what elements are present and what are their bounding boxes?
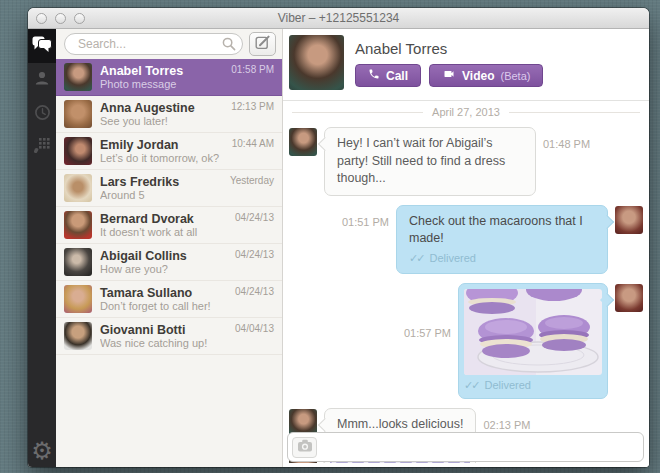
search-input[interactable]	[64, 33, 243, 55]
chat-time: Yesterday	[230, 175, 274, 186]
message-history: April 27, 2013 Hey! I can’t wait for Abi…	[283, 101, 649, 467]
message-text: Hey! I can’t wait for Abigail’s party! S…	[337, 136, 505, 185]
delivery-status: ✓✓ Delivered	[464, 378, 602, 393]
photo-message-bubble[interactable]: ✓✓ Delivered	[458, 283, 608, 399]
avatar	[64, 137, 92, 165]
chat-list-item-tamara-sullano[interactable]: Tamara SullanoDon’t forget to call her! …	[56, 281, 282, 318]
chat-preview: How are you?	[100, 263, 276, 276]
delivered-checkmarks-icon: ✓✓	[409, 251, 423, 266]
macaroons-photo[interactable]	[464, 289, 602, 375]
chat-time: 12:13 PM	[231, 101, 274, 112]
avatar	[64, 211, 92, 239]
recents-clock-icon	[34, 104, 51, 125]
call-button[interactable]: Call	[355, 64, 421, 87]
chat-list-item-abigail-collins[interactable]: Abigail CollinsHow are you? 04/24/13	[56, 244, 282, 281]
chats-panel-header	[56, 29, 282, 59]
chat-list-item-bernard-dvorak[interactable]: Bernard DvorakIt doesn’t work at all 04/…	[56, 207, 282, 244]
chat-time: 04/24/13	[235, 212, 274, 223]
message-bubble: Hey! I can’t wait for Abigail’s party! S…	[324, 127, 536, 196]
message-row-outgoing: 01:51 PM Check out the macaroons that I …	[289, 205, 643, 274]
viber-window: Viber – +12125551234	[28, 8, 649, 467]
window-title: Viber – +12125551234	[28, 8, 649, 28]
conversation-header: Anabel Torres Call	[283, 29, 649, 101]
camera-icon	[297, 439, 313, 455]
chat-preview: Don’t forget to call her!	[100, 300, 276, 313]
video-camera-icon	[442, 68, 456, 83]
desktop-background: Viber – +12125551234	[0, 0, 660, 473]
gear-icon: ⚙	[31, 439, 53, 463]
video-button-label: Video	[462, 69, 494, 83]
chat-time: 10:44 AM	[232, 138, 274, 149]
chat-list: Anabel TorresPhoto message 01:58 PM Anna…	[56, 59, 282, 467]
avatar	[64, 63, 92, 91]
chat-time: 04/24/13	[235, 249, 274, 260]
search-icon	[222, 37, 236, 55]
rail-tab-recents[interactable]	[28, 97, 56, 131]
bottom-mask	[283, 463, 649, 467]
chat-preview: It doesn’t work at all	[100, 226, 276, 239]
message-input[interactable]	[317, 433, 643, 461]
message-time: 01:57 PM	[404, 327, 451, 339]
chat-time: 01:58 PM	[231, 64, 274, 75]
avatar	[64, 248, 92, 276]
message-text: Mmm...looks delicious!	[337, 417, 463, 431]
delivered-checkmarks-icon: ✓✓	[464, 378, 478, 393]
message-row-incoming: Hey! I can’t wait for Abigail’s party! S…	[289, 127, 643, 196]
chat-list-item-anabel-torres[interactable]: Anabel TorresPhoto message 01:58 PM	[56, 59, 282, 96]
settings-button[interactable]: ⚙	[28, 439, 56, 463]
avatar	[64, 100, 92, 128]
date-divider: April 27, 2013	[292, 106, 640, 118]
chat-time: 04/24/13	[235, 286, 274, 297]
delivery-status: ✓✓ Delivered	[409, 251, 595, 266]
message-text: Check out the macaroons that I made!	[409, 213, 595, 248]
avatar	[64, 174, 92, 202]
chat-preview: See you later!	[100, 115, 276, 128]
conversation-panel: Anabel Torres Call	[282, 29, 649, 467]
video-call-button[interactable]: Video (Beta)	[429, 64, 543, 87]
chat-list-item-giovanni-botti[interactable]: Giovanni BottiWas nice catching up! 04/0…	[56, 318, 282, 355]
message-composer	[287, 432, 644, 462]
contacts-icon	[34, 70, 50, 90]
message-time: 02:13 PM	[483, 419, 530, 431]
search-box	[64, 33, 243, 55]
keypad-icon	[34, 138, 50, 159]
conversation-avatar	[289, 35, 344, 90]
attach-photo-button[interactable]	[292, 437, 317, 458]
date-label: April 27, 2013	[432, 106, 500, 118]
rail-tab-keypad[interactable]	[28, 131, 56, 165]
phone-icon	[368, 68, 380, 83]
chat-preview: Around 5	[100, 189, 276, 202]
delivered-label: Delivered	[429, 251, 475, 266]
rail-tab-contacts[interactable]	[28, 63, 56, 97]
chat-preview: Let’s do it tomorrow, ok?	[100, 152, 276, 165]
chats-icon	[32, 36, 52, 56]
conversation-title: Anabel Torres	[355, 40, 543, 57]
compose-pencil-icon	[255, 35, 270, 53]
call-button-label: Call	[386, 69, 408, 83]
message-time: 01:48 PM	[543, 138, 590, 150]
avatar	[64, 322, 92, 350]
chat-preview: Photo message	[100, 78, 276, 91]
avatar	[615, 284, 643, 312]
avatar	[289, 128, 317, 156]
window-titlebar[interactable]: Viber – +12125551234	[28, 8, 649, 29]
avatar	[615, 206, 643, 234]
avatar	[64, 285, 92, 313]
rail-tab-chats[interactable]	[28, 29, 56, 63]
video-beta-label: (Beta)	[500, 70, 530, 82]
message-row-outgoing-photo: 01:57 PM	[289, 283, 643, 399]
left-icon-rail: ⚙	[28, 29, 56, 467]
message-time: 01:51 PM	[342, 216, 389, 228]
message-bubble: Check out the macaroons that I made! ✓✓ …	[396, 205, 608, 274]
chat-time: 04/04/13	[235, 323, 274, 334]
compose-button[interactable]	[249, 32, 276, 56]
delivered-label: Delivered	[484, 378, 530, 393]
chat-list-item-lars-fredriks[interactable]: Lars FredriksAround 5 Yesterday	[56, 170, 282, 207]
chat-list-item-emily-jordan[interactable]: Emily JordanLet’s do it tomorrow, ok? 10…	[56, 133, 282, 170]
chat-list-item-anna-augestine[interactable]: Anna AugestineSee you later! 12:13 PM	[56, 96, 282, 133]
chats-panel: Anabel TorresPhoto message 01:58 PM Anna…	[56, 29, 282, 467]
chat-preview: Was nice catching up!	[100, 337, 276, 350]
